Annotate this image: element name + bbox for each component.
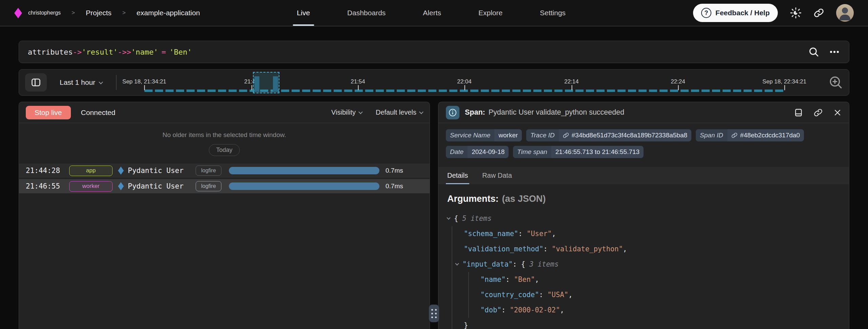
copy-link-icon[interactable]	[814, 108, 823, 117]
span-detail-panel: Span:Pydantic User validate_python succe…	[438, 102, 849, 329]
timeline-bar: Last 1 hour Sep 18, 21:34:21 21:44 21:54…	[19, 69, 849, 96]
query-input[interactable]: attributes->'result'->>'name'='Ben'	[19, 41, 849, 63]
breadcrumb-separator: >	[122, 9, 126, 16]
help-circle-icon: ?	[701, 8, 711, 18]
chevron-down-icon	[99, 80, 103, 84]
tab-dashboards[interactable]: Dashboards	[343, 0, 390, 26]
divider	[116, 75, 117, 90]
span-metadata-badges: Service Name worker Trace ID #34bd8e51d7…	[438, 123, 849, 158]
tab-alerts[interactable]: Alerts	[419, 0, 445, 26]
json-root-group: schema_nameUser validation_methodvalidat…	[452, 226, 840, 329]
tab-settings[interactable]: Settings	[536, 0, 570, 26]
stop-live-button[interactable]: Stop live	[26, 106, 71, 119]
trace-name: Pydantic User	[128, 182, 196, 190]
json-entry: validation_methodvalidate_python	[464, 241, 840, 257]
empty-message: No older items in the selected time wind…	[19, 131, 430, 139]
trace-id-badge[interactable]: Trace ID #34bd8e51d73c3f4c8a189b72338a5b…	[526, 129, 691, 141]
trace-list: 21:44:28 app Pydantic User logfire 0.7ms…	[19, 163, 430, 195]
link-icon	[563, 132, 569, 138]
json-entry: country_codeUSA	[480, 287, 840, 303]
query-value: 'Ben'	[169, 48, 192, 56]
query-field: attributes	[28, 48, 73, 56]
user-avatar[interactable]	[836, 4, 854, 22]
json-tree: 5 items schema_nameUser validation_metho…	[447, 211, 840, 329]
default-levels-label: Default levels	[376, 109, 416, 116]
logfire-logo-icon[interactable]	[14, 8, 22, 18]
badge-value: #48eb2cdcdc317da0	[727, 129, 804, 141]
span-diamond-icon	[118, 182, 124, 190]
live-panel-header: Stop live Connected Visibility Default l…	[19, 102, 430, 123]
share-link-icon[interactable]	[814, 8, 824, 18]
span-diamond-icon	[118, 167, 124, 175]
timeline-tick: 22:14	[564, 78, 579, 85]
span-duration-bar[interactable]	[229, 182, 379, 190]
timeline-plot[interactable]: Sep 18, 21:34:21 21:44 21:54 22:04 22:14…	[124, 70, 820, 95]
json-nested-group: nameBen country_codeUSA dob2000-02-02	[468, 272, 840, 318]
top-bar: christophergs > Projects > example-appli…	[0, 0, 868, 26]
trace-name: Pydantic User	[128, 167, 196, 175]
query-operator: ->	[73, 48, 82, 56]
breadcrumb-org[interactable]: christophergs	[28, 10, 61, 16]
collapse-chevron-icon[interactable]	[455, 262, 459, 265]
feedback-help-button[interactable]: ? Feedback / Help	[693, 4, 778, 22]
json-root-line[interactable]: 5 items	[447, 211, 840, 226]
zoom-in-icon[interactable]	[829, 75, 843, 90]
json-nested-object[interactable]: input_data3 items	[464, 257, 840, 272]
tab-live[interactable]: Live	[293, 0, 314, 26]
badge-value: #34bd8e51d73c3f4c8a189b72338a5ba8	[559, 129, 691, 141]
timeline-tick: 21:54	[351, 78, 365, 85]
tab-explore[interactable]: Explore	[474, 0, 507, 26]
sidebar-toggle-icon[interactable]	[25, 73, 47, 92]
badge-label: Span ID	[696, 129, 727, 141]
timeline-selection[interactable]	[253, 72, 279, 93]
env-badge-worker[interactable]: worker	[69, 181, 113, 192]
badge-value: 21:46:55.713 to 21:46:55.713	[551, 146, 644, 158]
query-equals: =	[161, 48, 166, 56]
env-badge-app[interactable]: app	[69, 166, 113, 176]
span-title-text: Pydantic User validate_python succeeded	[489, 108, 624, 116]
logfire-chip: logfire	[196, 166, 221, 176]
json-close-brace	[464, 318, 840, 329]
tab-raw-data[interactable]: Raw Data	[481, 167, 513, 184]
search-icon[interactable]	[808, 46, 819, 57]
timeline-tick: Sep 18, 22:34:21	[763, 78, 807, 85]
span-arguments-section: Arguments:(as JSON) 5 items schema_nameU…	[438, 184, 849, 329]
breadcrumb-separator: >	[72, 9, 75, 16]
badge-label: Service Name	[446, 129, 494, 141]
time-range-dropdown[interactable]: Last 1 hour	[60, 78, 102, 86]
detail-tabs: Details Raw Data	[438, 167, 849, 184]
empty-state: No older items in the selected time wind…	[19, 123, 430, 156]
visibility-dropdown[interactable]: Visibility	[331, 109, 362, 116]
trace-row[interactable]: 21:44:28 app Pydantic User logfire 0.7ms	[19, 163, 430, 178]
query-more-icon[interactable]	[829, 46, 840, 58]
timeline-tick: 22:04	[457, 78, 472, 85]
logfire-chip: logfire	[196, 181, 221, 191]
breadcrumb: christophergs > Projects > example-appli…	[14, 8, 200, 18]
service-name-badge: Service Name worker	[446, 129, 522, 141]
tab-details[interactable]: Details	[446, 167, 469, 184]
time-range-label: Last 1 hour	[60, 78, 95, 86]
main-content: Stop live Connected Visibility Default l…	[19, 102, 849, 329]
badge-label: Date	[446, 146, 468, 158]
close-icon[interactable]	[833, 108, 842, 117]
panel-resize-handle[interactable]	[429, 305, 439, 322]
main-nav: Live Dashboards Alerts Explore Settings	[293, 0, 570, 26]
json-item-count: 5 items	[462, 214, 491, 222]
collapse-chevron-icon[interactable]	[447, 216, 450, 219]
today-badge[interactable]: Today	[209, 144, 239, 156]
chevron-down-icon	[419, 110, 423, 114]
timeline-tick: Sep 18, 21:34:21	[122, 78, 166, 85]
default-levels-dropdown[interactable]: Default levels	[376, 109, 423, 116]
span-id-badge[interactable]: Span ID #48eb2cdcdc317da0	[696, 129, 804, 141]
json-item-count: 3 items	[529, 260, 558, 268]
link-icon	[731, 132, 737, 138]
span-duration-bar[interactable]	[229, 167, 379, 174]
dock-panel-icon[interactable]	[794, 108, 803, 117]
breadcrumb-project[interactable]: example-application	[137, 9, 200, 17]
trace-row[interactable]: 21:46:55 worker Pydantic User logfire 0.…	[19, 179, 430, 193]
theme-toggle-icon[interactable]	[790, 7, 802, 19]
trace-timestamp: 21:46:55	[26, 182, 69, 190]
date-badge: Date 2024-09-18	[446, 146, 509, 158]
span-duration: 0.7ms	[386, 182, 403, 190]
breadcrumb-projects[interactable]: Projects	[86, 9, 112, 17]
